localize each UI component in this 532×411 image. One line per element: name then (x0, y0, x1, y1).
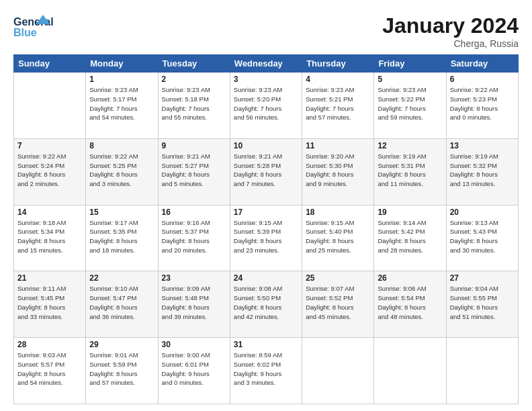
day-info: Sunrise: 9:07 AMSunset: 5:52 PMDaylight:… (306, 284, 370, 321)
calendar-week-row-5: 28Sunrise: 9:03 AMSunset: 5:57 PMDayligh… (14, 338, 519, 404)
day-info: Sunrise: 9:22 AMSunset: 5:25 PMDaylight:… (89, 152, 154, 189)
calendar-cell: 11Sunrise: 9:20 AMSunset: 5:30 PMDayligh… (302, 138, 374, 205)
day-info: Sunrise: 9:17 AMSunset: 5:35 PMDaylight:… (89, 218, 154, 255)
day-info: Sunrise: 9:19 AMSunset: 5:31 PMDaylight:… (378, 152, 442, 189)
day-number: 7 (17, 141, 82, 150)
day-number: 11 (306, 141, 370, 150)
calendar-cell: 29Sunrise: 9:01 AMSunset: 5:59 PMDayligh… (86, 338, 158, 404)
calendar-cell: 18Sunrise: 9:15 AMSunset: 5:40 PMDayligh… (302, 205, 374, 271)
day-info: Sunrise: 9:23 AMSunset: 5:18 PMDaylight:… (162, 85, 226, 122)
day-number: 17 (234, 208, 298, 217)
day-number: 1 (89, 75, 154, 84)
calendar-cell: 27Sunrise: 9:04 AMSunset: 5:55 PMDayligh… (446, 271, 518, 338)
day-info: Sunrise: 9:21 AMSunset: 5:28 PMDaylight:… (234, 152, 298, 189)
day-info: Sunrise: 9:04 AMSunset: 5:55 PMDaylight:… (450, 284, 515, 321)
day-number: 6 (450, 75, 515, 84)
calendar-cell (446, 338, 518, 404)
weekday-header-wednesday: Wednesday (230, 55, 302, 73)
calendar-cell: 14Sunrise: 9:18 AMSunset: 5:34 PMDayligh… (14, 205, 86, 271)
calendar-cell: 2Sunrise: 9:23 AMSunset: 5:18 PMDaylight… (158, 73, 230, 139)
day-number: 13 (450, 141, 515, 150)
day-number: 23 (162, 273, 226, 283)
day-number: 21 (17, 273, 82, 283)
day-info: Sunrise: 9:01 AMSunset: 5:59 PMDaylight:… (89, 351, 154, 387)
calendar-cell: 20Sunrise: 9:13 AMSunset: 5:43 PMDayligh… (446, 205, 518, 271)
month-title: January 2024 (382, 13, 519, 38)
calendar-cell: 16Sunrise: 9:16 AMSunset: 5:37 PMDayligh… (158, 205, 230, 271)
day-number: 22 (89, 273, 154, 283)
day-number: 24 (234, 273, 298, 283)
calendar-cell: 31Sunrise: 8:59 AMSunset: 6:02 PMDayligh… (230, 338, 302, 404)
title-section: January 2024 Cherga, Russia (382, 13, 519, 49)
day-info: Sunrise: 9:15 AMSunset: 5:39 PMDaylight:… (234, 218, 298, 255)
weekday-header-tuesday: Tuesday (158, 55, 230, 73)
day-info: Sunrise: 9:11 AMSunset: 5:45 PMDaylight:… (17, 284, 82, 321)
weekday-header-friday: Friday (374, 55, 446, 73)
day-info: Sunrise: 9:18 AMSunset: 5:34 PMDaylight:… (17, 218, 82, 255)
header: General Blue January 2024 Cherga, Russia (13, 13, 519, 49)
calendar-cell: 25Sunrise: 9:07 AMSunset: 5:52 PMDayligh… (302, 271, 374, 338)
calendar-cell: 9Sunrise: 9:21 AMSunset: 5:27 PMDaylight… (158, 138, 230, 205)
day-info: Sunrise: 9:15 AMSunset: 5:40 PMDaylight:… (306, 218, 370, 255)
logo-icon: General Blue (13, 13, 54, 40)
day-number: 27 (450, 273, 515, 283)
calendar-cell: 15Sunrise: 9:17 AMSunset: 5:35 PMDayligh… (86, 205, 158, 271)
day-number: 15 (89, 208, 154, 217)
day-number: 4 (306, 75, 370, 84)
day-number: 14 (17, 208, 82, 217)
day-number: 25 (306, 273, 370, 283)
calendar-cell: 17Sunrise: 9:15 AMSunset: 5:39 PMDayligh… (230, 205, 302, 271)
calendar-cell (14, 73, 86, 139)
day-number: 18 (306, 208, 370, 217)
logo: General Blue (13, 13, 54, 43)
calendar-cell: 5Sunrise: 9:23 AMSunset: 5:22 PMDaylight… (374, 73, 446, 139)
calendar-cell (374, 338, 446, 404)
calendar-cell: 22Sunrise: 9:10 AMSunset: 5:47 PMDayligh… (86, 271, 158, 338)
day-number: 8 (89, 141, 154, 150)
day-info: Sunrise: 8:59 AMSunset: 6:02 PMDaylight:… (234, 351, 298, 387)
page: General Blue January 2024 Cherga, Russia… (0, 0, 532, 411)
calendar-cell: 26Sunrise: 9:06 AMSunset: 5:54 PMDayligh… (374, 271, 446, 338)
calendar-table: SundayMondayTuesdayWednesdayThursdayFrid… (13, 54, 519, 404)
calendar-cell: 3Sunrise: 9:23 AMSunset: 5:20 PMDaylight… (230, 73, 302, 139)
calendar-cell: 4Sunrise: 9:23 AMSunset: 5:21 PMDaylight… (302, 73, 374, 139)
day-info: Sunrise: 9:23 AMSunset: 5:22 PMDaylight:… (378, 85, 442, 122)
day-info: Sunrise: 9:14 AMSunset: 5:42 PMDaylight:… (378, 218, 442, 255)
day-number: 20 (450, 208, 515, 217)
day-number: 31 (234, 340, 298, 349)
day-info: Sunrise: 9:23 AMSunset: 5:20 PMDaylight:… (234, 85, 298, 122)
day-info: Sunrise: 9:16 AMSunset: 5:37 PMDaylight:… (162, 218, 226, 255)
day-number: 5 (378, 75, 442, 84)
day-number: 28 (17, 340, 82, 349)
day-info: Sunrise: 9:22 AMSunset: 5:23 PMDaylight:… (450, 85, 515, 122)
svg-text:Blue: Blue (13, 27, 37, 38)
day-info: Sunrise: 9:13 AMSunset: 5:43 PMDaylight:… (450, 218, 515, 255)
calendar-cell: 12Sunrise: 9:19 AMSunset: 5:31 PMDayligh… (374, 138, 446, 205)
calendar-cell: 19Sunrise: 9:14 AMSunset: 5:42 PMDayligh… (374, 205, 446, 271)
day-info: Sunrise: 9:23 AMSunset: 5:17 PMDaylight:… (89, 85, 154, 122)
calendar-cell (302, 338, 374, 404)
day-info: Sunrise: 9:10 AMSunset: 5:47 PMDaylight:… (89, 284, 154, 321)
day-info: Sunrise: 9:22 AMSunset: 5:24 PMDaylight:… (17, 152, 82, 189)
weekday-header-monday: Monday (86, 55, 158, 73)
calendar-cell: 28Sunrise: 9:03 AMSunset: 5:57 PMDayligh… (14, 338, 86, 404)
calendar-cell: 24Sunrise: 9:08 AMSunset: 5:50 PMDayligh… (230, 271, 302, 338)
day-number: 16 (162, 208, 226, 217)
calendar-week-row-3: 14Sunrise: 9:18 AMSunset: 5:34 PMDayligh… (14, 205, 519, 271)
day-number: 26 (378, 273, 442, 283)
day-info: Sunrise: 9:23 AMSunset: 5:21 PMDaylight:… (306, 85, 370, 122)
calendar-cell: 23Sunrise: 9:09 AMSunset: 5:48 PMDayligh… (158, 271, 230, 338)
day-info: Sunrise: 9:06 AMSunset: 5:54 PMDaylight:… (378, 284, 442, 321)
day-info: Sunrise: 9:20 AMSunset: 5:30 PMDaylight:… (306, 152, 370, 189)
day-number: 19 (378, 208, 442, 217)
weekday-header-sunday: Sunday (14, 55, 86, 73)
location: Cherga, Russia (382, 38, 519, 49)
calendar-week-row-1: 1Sunrise: 9:23 AMSunset: 5:17 PMDaylight… (14, 73, 519, 139)
calendar-cell: 21Sunrise: 9:11 AMSunset: 5:45 PMDayligh… (14, 271, 86, 338)
day-info: Sunrise: 9:21 AMSunset: 5:27 PMDaylight:… (162, 152, 226, 189)
calendar-cell: 7Sunrise: 9:22 AMSunset: 5:24 PMDaylight… (14, 138, 86, 205)
weekday-header-thursday: Thursday (302, 55, 374, 73)
calendar-cell: 10Sunrise: 9:21 AMSunset: 5:28 PMDayligh… (230, 138, 302, 205)
day-info: Sunrise: 9:03 AMSunset: 5:57 PMDaylight:… (17, 351, 82, 387)
day-number: 2 (162, 75, 226, 84)
